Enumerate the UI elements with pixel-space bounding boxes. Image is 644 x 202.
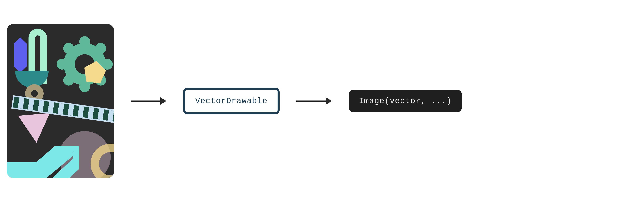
arrow-icon — [296, 97, 332, 105]
flow-diagram: VectorDrawable Image(vector, ...) — [7, 24, 462, 178]
arrow-head — [326, 97, 332, 105]
hexagon-shape-icon — [14, 37, 27, 73]
vector-drawable-label: VectorDrawable — [195, 97, 268, 105]
arrow-line — [296, 101, 326, 102]
arrow-icon — [131, 97, 166, 105]
arrow-head — [160, 97, 166, 105]
gear-shape-icon — [54, 34, 114, 94]
angle-shape-icon — [7, 146, 79, 178]
abstract-shapes-graphic — [7, 24, 114, 178]
svg-point-9 — [63, 43, 74, 54]
image-code-label: Image(vector, ...) — [359, 97, 452, 105]
svg-point-7 — [63, 75, 74, 86]
vector-drawable-node: VectorDrawable — [183, 88, 280, 114]
svg-point-8 — [57, 59, 68, 70]
svg-point-3 — [95, 43, 106, 54]
arrow-line — [131, 101, 161, 102]
svg-point-2 — [79, 36, 90, 47]
triangle-shape-icon — [18, 113, 52, 144]
svg-point-6 — [79, 82, 90, 92]
image-code-node: Image(vector, ...) — [349, 90, 462, 112]
svg-point-4 — [102, 59, 113, 70]
